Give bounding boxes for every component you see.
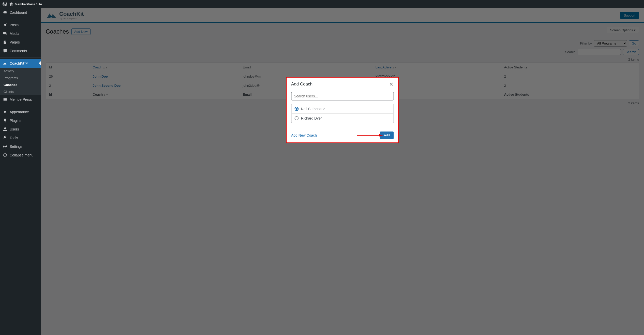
add-new-coach-link[interactable]: Add New Coach — [291, 133, 317, 137]
add-coach-modal: Add Coach ✕ Neil Sutherland R — [286, 77, 399, 143]
memberpress-icon — [3, 97, 8, 102]
wordpress-icon[interactable] — [3, 2, 7, 6]
close-icon: ✕ — [389, 81, 394, 87]
appearance-icon — [3, 110, 8, 114]
search-users-input[interactable] — [291, 92, 394, 100]
dashboard-icon — [3, 10, 8, 15]
annotation-arrow — [357, 135, 382, 136]
sidebar-item-plugins[interactable]: Plugins — [0, 116, 41, 125]
sidebar-item-pages[interactable]: Pages — [0, 38, 41, 47]
submenu-coaches[interactable]: Coaches — [0, 81, 41, 88]
sidebar-item-settings[interactable]: Settings — [0, 142, 41, 151]
tools-icon — [3, 136, 8, 140]
sidebar-item-users[interactable]: Users — [0, 125, 41, 134]
user-name: Neil Sutherland — [301, 107, 325, 111]
sidebar-item-label: Tools — [10, 136, 18, 140]
sidebar-item-label: Pages — [10, 40, 20, 44]
coachkit-submenu: Activity Programs Coaches Clients — [0, 68, 41, 95]
admin-sidebar: Dashboard Posts Media Pages Comments Coa… — [0, 8, 41, 335]
sidebar-item-media[interactable]: Media — [0, 29, 41, 38]
sidebar-item-label: Media — [10, 32, 19, 36]
sidebar-item-label: CoachKit™ — [10, 61, 28, 65]
sidebar-item-label: Appearance — [10, 110, 29, 114]
sidebar-item-comments[interactable]: Comments — [0, 47, 41, 55]
radio-icon — [294, 107, 298, 111]
modal-overlay[interactable] — [41, 8, 644, 335]
sidebar-item-label: Comments — [10, 49, 27, 53]
home-icon[interactable] — [9, 2, 13, 6]
site-name[interactable]: MemberPress Site — [15, 2, 42, 6]
sidebar-item-label: Settings — [10, 144, 23, 149]
admin-topbar: MemberPress Site — [0, 0, 644, 8]
sidebar-item-appearance[interactable]: Appearance — [0, 108, 41, 116]
sidebar-item-label: Posts — [10, 23, 19, 27]
sidebar-item-dashboard[interactable]: Dashboard — [0, 8, 41, 17]
sidebar-item-label: Collapse menu — [10, 153, 33, 157]
user-option[interactable]: Richard Dyer — [291, 113, 393, 123]
sidebar-item-label: Plugins — [10, 119, 21, 123]
plugins-icon — [3, 118, 8, 123]
users-icon — [3, 127, 8, 132]
sidebar-item-coachkit[interactable]: CoachKit™ — [0, 59, 41, 68]
coachkit-icon — [3, 61, 8, 66]
submenu-programs[interactable]: Programs — [0, 75, 41, 81]
radio-icon — [294, 116, 298, 120]
sidebar-item-label: MemberPress — [10, 97, 32, 101]
sidebar-item-tools[interactable]: Tools — [0, 134, 41, 142]
user-name: Richard Dyer — [301, 116, 322, 120]
media-icon — [3, 31, 8, 36]
modal-title: Add Coach — [291, 82, 312, 87]
sidebar-item-label: Dashboard — [10, 10, 27, 14]
main-content: m CoachKit by memberpress Support Screen… — [41, 8, 644, 335]
settings-icon — [3, 144, 8, 149]
pages-icon — [3, 40, 8, 45]
sidebar-item-memberpress[interactable]: MemberPress — [0, 95, 41, 104]
user-option[interactable]: Neil Sutherland — [291, 104, 393, 113]
close-button[interactable]: ✕ — [389, 82, 394, 87]
submenu-activity[interactable]: Activity — [0, 68, 41, 75]
comments-icon — [3, 49, 8, 53]
submenu-clients[interactable]: Clients — [0, 88, 41, 95]
sidebar-item-posts[interactable]: Posts — [0, 21, 41, 29]
collapse-icon — [3, 153, 8, 157]
sidebar-item-label: Users — [10, 127, 19, 131]
user-list: Neil Sutherland Richard Dyer — [291, 104, 394, 123]
sidebar-item-collapse[interactable]: Collapse menu — [0, 151, 41, 159]
pin-icon — [3, 23, 8, 27]
